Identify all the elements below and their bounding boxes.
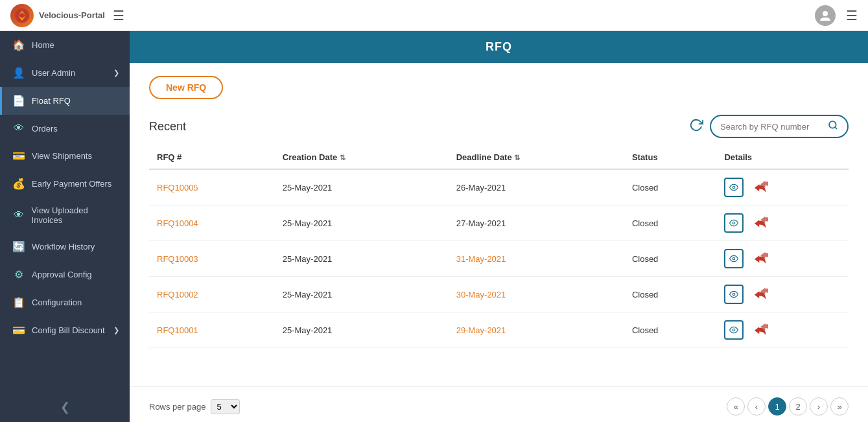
svg-point-2 <box>829 121 836 128</box>
rows-per-page-select[interactable]: 5 10 25 <box>211 399 240 414</box>
pagination-nav: « ‹ 1 2 › » <box>727 397 849 416</box>
home-icon: 🏠 <box>12 39 25 51</box>
sidebar-item-view-invoices[interactable]: 👁 View Uploaded Invoices <box>0 198 130 233</box>
search-input[interactable] <box>720 122 824 132</box>
recent-header: Recent <box>149 115 849 138</box>
details-cell-2 <box>716 241 849 277</box>
topbar: Velocious-Portal ☰ ☰ <box>0 0 868 31</box>
pagination-last[interactable]: » <box>830 397 849 416</box>
status-4: Closed <box>624 312 717 348</box>
sidebar-item-configuration[interactable]: 📋 Configuration <box>0 288 130 316</box>
status-2: Closed <box>624 241 717 277</box>
col-rfq-num: RFQ # <box>149 146 275 169</box>
col-status: Status <box>624 146 717 169</box>
sidebar-item-config-bill[interactable]: 💳 Config Bill Discount ❯ <box>0 316 130 344</box>
rfq-link-2[interactable]: RFQ10003 <box>149 241 275 277</box>
view-button-4[interactable] <box>724 320 744 340</box>
table-row: RFQ10001 25-May-2021 29-May-2021 Closed <box>149 312 849 348</box>
status-0: Closed <box>624 169 717 205</box>
svg-point-8 <box>733 329 736 331</box>
new-rfq-button[interactable]: New RFQ <box>149 76 223 99</box>
creation-date-4: 25-May-2021 <box>275 312 449 348</box>
view-button-3[interactable] <box>724 285 744 304</box>
creation-date-1: 25-May-2021 <box>275 205 449 241</box>
sidebar-item-home[interactable]: 🏠 Home <box>0 31 130 59</box>
status-1: Closed <box>624 205 717 241</box>
eye-icon: 👁 <box>12 123 25 134</box>
table-row: RFQ10005 25-May-2021 26-May-2021 Closed <box>149 169 849 205</box>
pagination-page-1[interactable]: 1 <box>768 397 786 416</box>
sidebar-collapse-button[interactable]: ❮ <box>0 392 130 422</box>
page-title: RFQ <box>130 31 868 63</box>
sidebar-item-approval-config[interactable]: ⚙ Approval Config <box>0 261 130 288</box>
reply-button-1[interactable] <box>754 216 768 231</box>
rfq-link-1[interactable]: RFQ10004 <box>149 205 275 241</box>
user-avatar[interactable] <box>815 5 836 26</box>
hamburger-icon[interactable]: ☰ <box>113 8 124 23</box>
reply-button-0[interactable] <box>754 180 768 195</box>
sidebar-item-float-rfq[interactable]: 📄 Float RFQ <box>0 87 130 115</box>
sidebar-item-early-payment[interactable]: 💰 Early Payment Offers <box>0 170 130 198</box>
recent-title: Recent <box>149 120 186 134</box>
sidebar-item-early-payment-label: Early Payment Offers <box>32 179 111 189</box>
details-cell-0 <box>716 169 849 205</box>
status-3: Closed <box>624 277 717 312</box>
pagination-prev[interactable]: ‹ <box>747 397 766 416</box>
sidebar-item-view-shipments[interactable]: 💳 View Shipments <box>0 142 130 170</box>
chevron-right-icon-bill: ❯ <box>113 326 119 334</box>
pagination-page-2[interactable]: 2 <box>789 397 807 416</box>
sidebar-item-view-shipments-label: View Shipments <box>32 151 92 161</box>
deadline-date-3: 30-May-2021 <box>449 277 624 312</box>
view-button-2[interactable] <box>724 249 744 268</box>
details-actions-1 <box>724 213 841 233</box>
workflow-icon: 🔄 <box>12 240 25 253</box>
sidebar-item-orders[interactable]: 👁 Orders <box>0 115 130 142</box>
svg-point-1 <box>823 11 828 16</box>
reply-button-4[interactable] <box>754 323 768 338</box>
svg-point-5 <box>733 222 736 224</box>
sidebar-item-config-bill-label: Config Bill Discount <box>32 325 105 335</box>
reply-button-3[interactable] <box>754 287 768 302</box>
sidebar-item-approval-config-label: Approval Config <box>32 270 92 279</box>
details-actions-2 <box>724 249 841 268</box>
invoice-icon: 👁 <box>12 209 25 221</box>
details-cell-1 <box>716 205 849 241</box>
details-cell-3 <box>716 277 849 312</box>
layout: 🏠 Home 👤 User Admin ❯ 📄 Float RFQ 👁 Orde… <box>0 31 868 422</box>
rfq-link-0[interactable]: RFQ10005 <box>149 169 275 205</box>
refresh-button[interactable] <box>689 118 703 135</box>
details-cell-4 <box>716 312 849 348</box>
pagination-next[interactable]: › <box>810 397 828 416</box>
main-content: RFQ New RFQ Recent <box>130 31 868 422</box>
table-header-row: RFQ # Creation Date ⇅ Deadline Date ⇅ St… <box>149 146 849 169</box>
recent-controls <box>689 115 849 138</box>
creation-date-2: 25-May-2021 <box>275 241 449 277</box>
gear-icon: ⚙ <box>12 268 25 281</box>
logo-text: Velocious-Portal <box>39 10 105 20</box>
pagination-first[interactable]: « <box>727 397 745 416</box>
topbar-menu-icon[interactable]: ☰ <box>846 8 858 23</box>
chevron-right-icon: ❯ <box>113 69 119 77</box>
sidebar-item-view-invoices-label: View Uploaded Invoices <box>32 205 119 225</box>
table-row: RFQ10004 25-May-2021 27-May-2021 Closed <box>149 205 849 241</box>
user-icon: 👤 <box>12 67 25 79</box>
col-creation-date[interactable]: Creation Date ⇅ <box>275 146 449 169</box>
sidebar-item-workflow-history[interactable]: 🔄 Workflow History <box>0 233 130 261</box>
view-button-0[interactable] <box>724 178 744 197</box>
rfq-link-3[interactable]: RFQ10002 <box>149 277 275 312</box>
reply-button-2[interactable] <box>754 252 768 266</box>
document-icon: 📄 <box>12 95 25 107</box>
details-actions-3 <box>724 285 841 304</box>
sidebar-item-float-rfq-label: Float RFQ <box>32 96 71 106</box>
details-actions-4 <box>724 320 841 340</box>
shipments-icon: 💳 <box>12 150 25 162</box>
logo-image <box>10 4 34 27</box>
view-button-1[interactable] <box>724 213 744 233</box>
sidebar-item-user-admin[interactable]: 👤 User Admin ❯ <box>0 59 130 87</box>
svg-point-7 <box>733 293 736 296</box>
svg-point-4 <box>733 186 736 189</box>
col-deadline-date[interactable]: Deadline Date ⇅ <box>449 146 624 169</box>
pagination-row: Rows per page 5 10 25 « ‹ 1 2 › » <box>130 386 868 422</box>
rfq-link-4[interactable]: RFQ10001 <box>149 312 275 348</box>
deadline-date-0: 26-May-2021 <box>449 169 624 205</box>
